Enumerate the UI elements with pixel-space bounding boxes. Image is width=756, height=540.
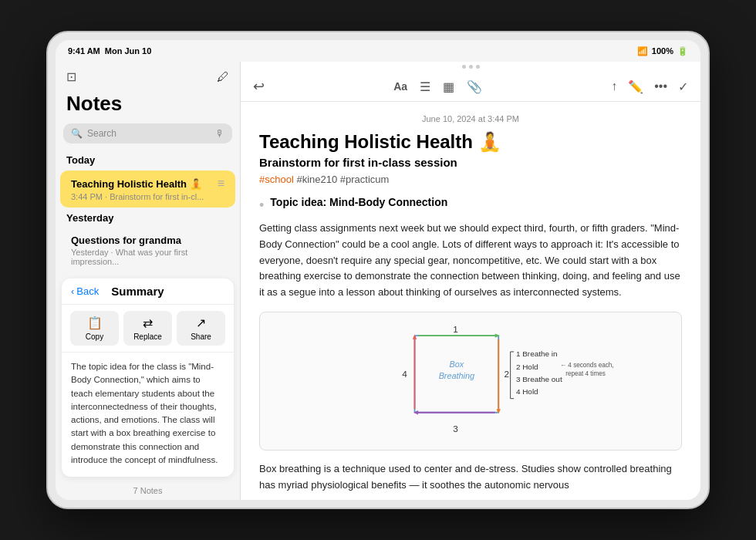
search-icon: 🔍 bbox=[71, 128, 83, 139]
sidebar-toggle-icon[interactable]: ⊡ bbox=[65, 68, 78, 86]
chevron-left-icon: ‹ bbox=[71, 285, 74, 297]
copy-label: Copy bbox=[86, 332, 103, 341]
notes-count: 7 Notes bbox=[56, 481, 240, 500]
summary-header: ‹ Back Summary bbox=[62, 278, 234, 305]
battery-icon: 🔋 bbox=[677, 46, 688, 56]
note-subtitle: Brainstorm for first in-class session bbox=[259, 156, 682, 169]
pencil-icon[interactable]: ✏️ bbox=[626, 78, 645, 96]
svg-text:2: 2 bbox=[504, 369, 509, 379]
svg-text:2  Hold: 2 Hold bbox=[516, 363, 538, 371]
attachment-icon[interactable]: 📎 bbox=[465, 78, 484, 96]
notes-editor: ↩ Aa ☰ ▦ 📎 ↑ ✏️ ••• ✓ bbox=[241, 62, 700, 500]
note-body-1: Getting class assignments next week but … bbox=[259, 221, 682, 301]
tag-school: #school bbox=[259, 174, 294, 185]
note-item-header: Teaching Holistic Health 🧘 ≡ bbox=[71, 177, 224, 191]
today-section-title: Today bbox=[56, 151, 240, 169]
app-content: ⊡ 🖊 Notes 🔍 Search 🎙 Today Teaching Holi… bbox=[56, 62, 700, 500]
share-label: Share bbox=[191, 332, 211, 341]
note-meta-teaching: 3:44 PM · Brainstorm for first in-cl... bbox=[71, 192, 224, 201]
svg-text:3  Breathe out: 3 Breathe out bbox=[516, 375, 562, 383]
editor-dots bbox=[241, 62, 700, 72]
undo-icon[interactable]: ↩ bbox=[251, 76, 266, 96]
share-button[interactable]: ↗ Share bbox=[177, 311, 225, 346]
svg-text:Breathing: Breathing bbox=[439, 371, 474, 380]
dot-2 bbox=[469, 65, 473, 69]
ipad-screen: 9:41 AM Mon Jun 10 📶 100% 🔋 ⊡ 🖊 Notes 🔍 bbox=[56, 40, 700, 500]
replace-icon: ⇄ bbox=[143, 316, 153, 330]
done-icon[interactable]: ✓ bbox=[677, 78, 690, 96]
more-options-icon[interactable]: ••• bbox=[653, 78, 669, 95]
tag-kine: #kine210 #practicum bbox=[296, 174, 389, 185]
note-meta-grandma: Yesterday · What was your first impressi… bbox=[71, 248, 224, 266]
svg-text:1: 1 bbox=[453, 324, 458, 334]
toolbar-right: ↑ ✏️ ••• ✓ bbox=[609, 78, 690, 96]
note-title-grandma: Questions for grandma bbox=[71, 235, 181, 246]
summary-footer-note: Friday 1 week Paris, 2 days Saint-Malo, … bbox=[62, 474, 234, 477]
sidebar: ⊡ 🖊 Notes 🔍 Search 🎙 Today Teaching Holi… bbox=[56, 62, 241, 500]
checklist-icon[interactable]: ☰ bbox=[418, 78, 432, 96]
svg-text:1  Breathe in: 1 Breathe in bbox=[516, 349, 558, 358]
yesterday-section-title: Yesterday bbox=[56, 209, 240, 227]
share-toolbar-icon[interactable]: ↑ bbox=[609, 78, 619, 95]
share-icon: ↗ bbox=[196, 316, 206, 330]
table-icon[interactable]: ▦ bbox=[441, 78, 456, 96]
replace-button[interactable]: ⇄ Replace bbox=[123, 311, 172, 346]
replace-label: Replace bbox=[133, 332, 162, 341]
editor-toolbar: ↩ Aa ☰ ▦ 📎 ↑ ✏️ ••• ✓ bbox=[241, 72, 700, 102]
topic-heading: Topic idea: Mind-Body Connection bbox=[270, 196, 447, 208]
toolbar-center: Aa ☰ ▦ 📎 bbox=[392, 78, 484, 96]
back-label: Back bbox=[76, 285, 99, 297]
sidebar-toolbar: ⊡ 🖊 bbox=[56, 62, 240, 92]
summary-text: The topic idea for the class is "Mind-Bo… bbox=[62, 353, 234, 474]
svg-text:Box: Box bbox=[450, 359, 464, 369]
status-date: Mon Jun 10 bbox=[105, 46, 152, 56]
text-format-icon[interactable]: Aa bbox=[392, 79, 409, 94]
battery-label: 100% bbox=[652, 46, 673, 56]
status-bar: 9:41 AM Mon Jun 10 📶 100% 🔋 bbox=[56, 40, 700, 62]
ipad-frame: 9:41 AM Mon Jun 10 📶 100% 🔋 ⊡ 🖊 Notes 🔍 bbox=[46, 31, 710, 509]
summary-actions: 📋 Copy ⇄ Replace ↗ Share bbox=[62, 305, 234, 353]
note-lines-icon: ≡ bbox=[218, 177, 224, 191]
note-body-2: Box breathing is a technique used to cen… bbox=[259, 461, 682, 494]
box-breathing-diagram: 1 2 3 bbox=[259, 312, 682, 451]
svg-text:4  Hold: 4 Hold bbox=[516, 387, 538, 396]
status-time: 9:41 AM bbox=[68, 46, 100, 56]
mic-icon[interactable]: 🎙 bbox=[215, 128, 224, 139]
note-main-title: Teaching Holistic Health 🧘 bbox=[259, 131, 682, 153]
status-right: 📶 100% 🔋 bbox=[637, 46, 688, 56]
summary-title: Summary bbox=[111, 285, 164, 298]
svg-text:← 4 seconds each,: ← 4 seconds each, bbox=[560, 362, 614, 369]
bullet-icon: • bbox=[259, 197, 264, 214]
note-item-teaching[interactable]: Teaching Holistic Health 🧘 ≡ 3:44 PM · B… bbox=[60, 170, 235, 208]
svg-text:3: 3 bbox=[453, 424, 458, 434]
dot-3 bbox=[476, 65, 480, 69]
search-bar[interactable]: 🔍 Search 🎙 bbox=[63, 123, 232, 143]
svg-text:repeat 4 times: repeat 4 times bbox=[565, 370, 606, 377]
copy-button[interactable]: 📋 Copy bbox=[70, 311, 119, 346]
wifi-icon: 📶 bbox=[637, 46, 648, 56]
new-note-icon[interactable]: 🖊 bbox=[215, 69, 231, 86]
note-date: June 10, 2024 at 3:44 PM bbox=[259, 114, 682, 123]
breathing-svg: 1 2 3 bbox=[269, 322, 672, 440]
summary-panel: ‹ Back Summary 📋 Copy ⇄ Replace bbox=[62, 278, 234, 477]
note-item-grandma-header: Questions for grandma bbox=[71, 235, 224, 246]
topic-row: • Topic idea: Mind-Body Connection bbox=[259, 196, 682, 214]
status-left: 9:41 AM Mon Jun 10 bbox=[68, 46, 151, 56]
sidebar-title: Notes bbox=[56, 92, 240, 120]
svg-text:4: 4 bbox=[402, 369, 407, 379]
editor-content[interactable]: June 10, 2024 at 3:44 PM Teaching Holist… bbox=[241, 102, 700, 500]
dot-1 bbox=[462, 65, 466, 69]
note-tags: #school #kine210 #practicum bbox=[259, 174, 682, 185]
back-button[interactable]: ‹ Back bbox=[71, 285, 99, 297]
copy-icon: 📋 bbox=[87, 316, 103, 330]
note-item-grandma[interactable]: Questions for grandma Yesterday · What w… bbox=[60, 228, 235, 272]
note-title-teaching: Teaching Holistic Health 🧘 bbox=[71, 178, 202, 190]
search-placeholder: Search bbox=[87, 128, 116, 139]
toolbar-left: ↩ bbox=[251, 76, 266, 96]
